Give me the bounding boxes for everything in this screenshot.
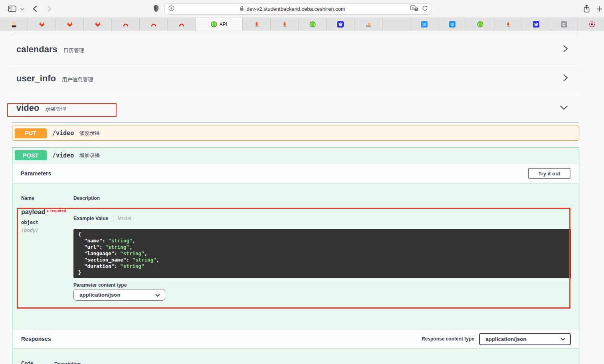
browser-tab-baidu[interactable]: du xyxy=(522,18,550,31)
browser-tab-torch[interactable] xyxy=(243,18,271,31)
json-line: "name": "string", xyxy=(78,238,566,244)
browser-tab-sina[interactable] xyxy=(578,18,604,31)
browser-tab-gitlab[interactable] xyxy=(56,18,84,31)
torch-icon xyxy=(281,21,288,28)
opblock-put-header[interactable]: PUT /video 修改录播 xyxy=(12,126,579,140)
tag-section-calendars[interactable]: calendars 日历管理 xyxy=(12,35,579,64)
browser-tab-blank[interactable] xyxy=(382,18,410,31)
svg-text:{ }: { } xyxy=(477,23,483,26)
reload-icon[interactable] xyxy=(422,5,428,13)
method-badge-put: PUT xyxy=(15,128,47,138)
swagger-icon: { } xyxy=(211,21,217,28)
translate-icon[interactable]: A xyxy=(410,5,418,13)
svg-text:{ }: { } xyxy=(310,23,315,26)
browser-tab-swagger[interactable]: { } xyxy=(466,18,494,31)
browser-toolbar: dev-v2.studentbackend.ceba.ceshiren.com … xyxy=(0,0,604,18)
browser-tab-stackoverflow[interactable] xyxy=(354,18,382,31)
browser-tab-api-active[interactable]: { } API xyxy=(196,18,243,31)
browser-tab-gitlab[interactable] xyxy=(84,18,112,31)
divider xyxy=(21,206,573,206)
svg-text:译: 译 xyxy=(422,22,426,27)
gitlab-icon xyxy=(39,21,45,28)
response-content-type-label: Response content type xyxy=(422,336,474,342)
browser-tab-c[interactable]: C xyxy=(550,18,578,31)
browser-tab-translate[interactable]: 译 xyxy=(410,18,438,31)
red-arch-icon xyxy=(123,21,129,28)
page-zoom-icon[interactable] xyxy=(168,5,174,13)
json-line: "duration": "string" xyxy=(78,263,566,270)
svg-text:译: 译 xyxy=(450,22,454,27)
red-arch-icon xyxy=(151,21,157,28)
tag-description: 用户信息管理 xyxy=(62,76,93,83)
responses-title: Responses xyxy=(21,336,51,342)
json-close-brace: } xyxy=(78,270,566,276)
browser-tab-red-arch[interactable] xyxy=(168,18,196,31)
tab-title: API xyxy=(220,22,227,27)
privacy-shield-icon[interactable] xyxy=(153,4,159,13)
browser-tab-translate[interactable]: 译 xyxy=(438,18,466,31)
try-it-out-button[interactable]: Try it out xyxy=(528,168,570,179)
safari-window: dev-v2.studentbackend.ceba.ceshiren.com … xyxy=(0,0,604,364)
red-arch-icon xyxy=(178,21,185,28)
endpoint-path: /video xyxy=(52,152,74,159)
back-button[interactable] xyxy=(33,6,37,12)
browser-tab-torch[interactable] xyxy=(271,18,299,31)
stackoverflow-icon xyxy=(365,21,372,28)
description-column-header: Description xyxy=(73,195,100,201)
new-tab-button[interactable] xyxy=(596,6,602,12)
svg-text:{ }: { } xyxy=(211,23,217,26)
responses-code-header: Code xyxy=(21,360,33,364)
method-badge-post: POST xyxy=(15,150,47,160)
chevron-down-icon xyxy=(560,104,568,112)
example-model-tabs: Example Value Model xyxy=(73,215,131,221)
tag-section-user-info[interactable]: user_info 用户信息管理 xyxy=(12,64,579,93)
tag-description: 录播管理 xyxy=(45,106,66,113)
baidu-icon: du xyxy=(533,21,539,28)
svg-text:du: du xyxy=(339,24,342,26)
opblock-put-video: PUT /video 修改录播 xyxy=(12,126,579,141)
required-star: * xyxy=(46,209,48,215)
parameter-content-type-select[interactable]: application/json xyxy=(73,289,165,301)
tag-name: video xyxy=(16,103,39,113)
chevron-right-icon xyxy=(563,74,568,83)
chevron-down-icon xyxy=(155,291,160,299)
responses-description-header: Description xyxy=(54,361,81,364)
tab-example-value[interactable]: Example Value xyxy=(73,216,109,221)
tag-section-video[interactable]: video 录播管理 xyxy=(12,93,579,122)
tag-description: 日历管理 xyxy=(63,47,84,54)
browser-tab-swagger[interactable]: { } xyxy=(299,18,327,31)
address-bar[interactable]: dev-v2.studentbackend.ceba.ceshiren.com … xyxy=(164,3,432,15)
endpoint-summary: 增加录播 xyxy=(79,152,100,159)
browser-tab-red-arch[interactable] xyxy=(140,18,168,31)
tag-name: user_info xyxy=(16,73,56,84)
browser-tab-baidu[interactable]: du xyxy=(327,18,354,31)
tag-name: calendars xyxy=(16,44,57,55)
torch-icon xyxy=(505,21,511,28)
response-content-type-select[interactable]: application/json xyxy=(479,333,571,345)
forward-button[interactable] xyxy=(47,6,51,12)
sidebar-menu-chevron-icon[interactable] xyxy=(20,8,24,10)
json-line: "section_name": "string", xyxy=(78,257,566,263)
json-line: "url": "string", xyxy=(78,244,566,250)
parameter-location: (body) xyxy=(21,228,38,233)
tab-model[interactable]: Model xyxy=(118,216,131,221)
url-display: dev-v2.studentbackend.ceba.ceshiren.com xyxy=(174,6,410,13)
opblock-post-video: POST /video 增加录播 Parameters Try it out N… xyxy=(12,147,579,364)
json-line: "language": "string", xyxy=(78,250,566,257)
browser-tab-red-arch[interactable] xyxy=(112,18,140,31)
parameter-name-text: payload xyxy=(21,209,45,215)
responses-header: Responses Response content type applicat… xyxy=(12,330,579,348)
name-column-header: Name xyxy=(21,195,34,201)
share-button[interactable] xyxy=(583,4,590,13)
parameter-content-type-label: Parameter content type xyxy=(73,282,127,288)
browser-tab-jenkins[interactable] xyxy=(0,18,28,31)
opblock-post-header[interactable]: POST /video 增加录播 xyxy=(12,148,579,163)
sidebar-toggle-button[interactable] xyxy=(8,6,16,12)
tab-bar: { } API { } du 译 译 { } du C xyxy=(0,18,604,31)
browser-tab-torch[interactable] xyxy=(494,18,522,31)
browser-tab-gitlab[interactable] xyxy=(28,18,56,31)
parameter-type: object xyxy=(21,220,38,225)
translate-badge-icon: 译 xyxy=(449,21,455,28)
chevron-down-icon xyxy=(560,335,565,342)
parameter-name: payload*required xyxy=(21,209,66,216)
